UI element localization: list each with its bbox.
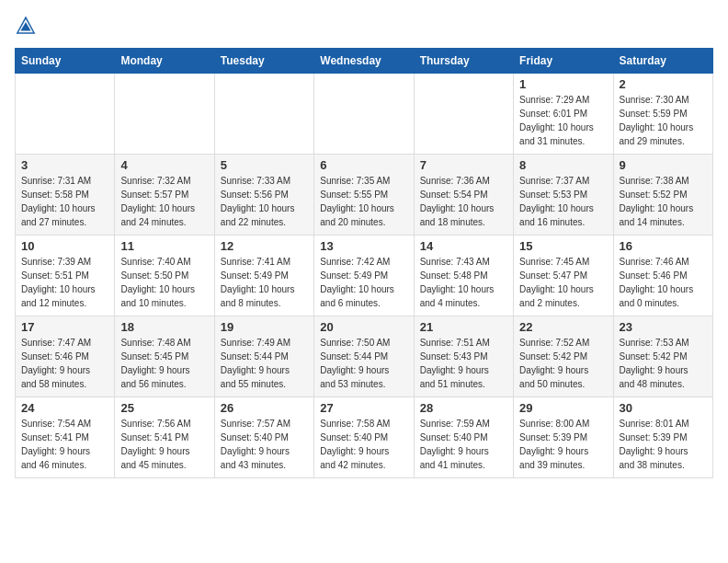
day-cell: 28Sunrise: 7:59 AM Sunset: 5:40 PM Dayli… — [414, 397, 513, 478]
day-info: Sunrise: 7:31 AM Sunset: 5:58 PM Dayligh… — [21, 174, 108, 229]
day-info: Sunrise: 8:00 AM Sunset: 5:39 PM Dayligh… — [519, 417, 607, 472]
day-cell: 21Sunrise: 7:51 AM Sunset: 5:43 PM Dayli… — [414, 316, 513, 397]
day-cell — [214, 74, 313, 155]
week-row-2: 10Sunrise: 7:39 AM Sunset: 5:51 PM Dayli… — [16, 236, 713, 316]
header — [15, 15, 713, 37]
header-tuesday: Tuesday — [214, 49, 313, 74]
day-cell: 9Sunrise: 7:38 AM Sunset: 5:52 PM Daylig… — [613, 155, 712, 236]
day-cell: 18Sunrise: 7:48 AM Sunset: 5:45 PM Dayli… — [115, 316, 214, 397]
day-info: Sunrise: 8:01 AM Sunset: 5:39 PM Dayligh… — [620, 417, 707, 472]
day-info: Sunrise: 7:59 AM Sunset: 5:40 PM Dayligh… — [420, 417, 507, 472]
day-cell: 5Sunrise: 7:33 AM Sunset: 5:56 PM Daylig… — [214, 155, 313, 236]
day-cell: 13Sunrise: 7:42 AM Sunset: 5:49 PM Dayli… — [314, 236, 414, 316]
day-number: 5 — [221, 158, 308, 172]
day-cell: 22Sunrise: 7:52 AM Sunset: 5:42 PM Dayli… — [514, 316, 613, 397]
day-cell: 2Sunrise: 7:30 AM Sunset: 5:59 PM Daylig… — [613, 74, 712, 155]
day-info: Sunrise: 7:29 AM Sunset: 6:01 PM Dayligh… — [519, 93, 607, 148]
day-number: 1 — [519, 77, 607, 91]
day-cell: 8Sunrise: 7:37 AM Sunset: 5:53 PM Daylig… — [514, 155, 613, 236]
day-info: Sunrise: 7:40 AM Sunset: 5:50 PM Dayligh… — [120, 255, 208, 310]
day-info: Sunrise: 7:30 AM Sunset: 5:59 PM Dayligh… — [620, 93, 707, 148]
day-info: Sunrise: 7:56 AM Sunset: 5:41 PM Dayligh… — [120, 417, 208, 472]
logo — [15, 15, 40, 37]
day-number: 9 — [620, 158, 707, 172]
day-info: Sunrise: 7:41 AM Sunset: 5:49 PM Dayligh… — [221, 255, 308, 310]
day-info: Sunrise: 7:42 AM Sunset: 5:49 PM Dayligh… — [320, 255, 407, 310]
day-number: 3 — [21, 158, 108, 172]
day-number: 16 — [620, 239, 707, 253]
day-cell: 7Sunrise: 7:36 AM Sunset: 5:54 PM Daylig… — [414, 155, 513, 236]
day-number: 13 — [320, 239, 407, 253]
day-cell: 4Sunrise: 7:32 AM Sunset: 5:57 PM Daylig… — [115, 155, 214, 236]
logo-icon — [15, 15, 37, 37]
week-row-4: 24Sunrise: 7:54 AM Sunset: 5:41 PM Dayli… — [16, 397, 713, 478]
day-number: 17 — [21, 320, 108, 334]
day-number: 25 — [120, 401, 208, 415]
day-info: Sunrise: 7:52 AM Sunset: 5:42 PM Dayligh… — [519, 336, 607, 391]
day-number: 11 — [120, 239, 208, 253]
header-wednesday: Wednesday — [314, 49, 414, 74]
day-cell: 3Sunrise: 7:31 AM Sunset: 5:58 PM Daylig… — [16, 155, 115, 236]
calendar-table: SundayMondayTuesdayWednesdayThursdayFrid… — [15, 48, 713, 478]
day-info: Sunrise: 7:45 AM Sunset: 5:47 PM Dayligh… — [519, 255, 607, 310]
day-number: 6 — [320, 158, 407, 172]
day-info: Sunrise: 7:50 AM Sunset: 5:44 PM Dayligh… — [320, 336, 407, 391]
day-number: 28 — [420, 401, 507, 415]
day-number: 20 — [320, 320, 407, 334]
week-row-1: 3Sunrise: 7:31 AM Sunset: 5:58 PM Daylig… — [16, 155, 713, 236]
day-cell: 29Sunrise: 8:00 AM Sunset: 5:39 PM Dayli… — [514, 397, 613, 478]
day-cell — [115, 74, 214, 155]
day-number: 12 — [221, 239, 308, 253]
day-info: Sunrise: 7:35 AM Sunset: 5:55 PM Dayligh… — [320, 174, 407, 229]
day-info: Sunrise: 7:51 AM Sunset: 5:43 PM Dayligh… — [420, 336, 507, 391]
day-cell: 30Sunrise: 8:01 AM Sunset: 5:39 PM Dayli… — [613, 397, 712, 478]
day-number: 22 — [519, 320, 607, 334]
day-number: 27 — [320, 401, 407, 415]
week-row-0: 1Sunrise: 7:29 AM Sunset: 6:01 PM Daylig… — [16, 74, 713, 155]
day-cell: 24Sunrise: 7:54 AM Sunset: 5:41 PM Dayli… — [16, 397, 115, 478]
day-cell: 15Sunrise: 7:45 AM Sunset: 5:47 PM Dayli… — [514, 236, 613, 316]
day-cell: 16Sunrise: 7:46 AM Sunset: 5:46 PM Dayli… — [613, 236, 712, 316]
week-row-3: 17Sunrise: 7:47 AM Sunset: 5:46 PM Dayli… — [16, 316, 713, 397]
day-cell: 26Sunrise: 7:57 AM Sunset: 5:40 PM Dayli… — [214, 397, 313, 478]
day-cell: 23Sunrise: 7:53 AM Sunset: 5:42 PM Dayli… — [613, 316, 712, 397]
day-cell: 17Sunrise: 7:47 AM Sunset: 5:46 PM Dayli… — [16, 316, 115, 397]
day-number: 14 — [420, 239, 507, 253]
day-cell: 11Sunrise: 7:40 AM Sunset: 5:50 PM Dayli… — [115, 236, 214, 316]
day-number: 15 — [519, 239, 607, 253]
day-cell: 1Sunrise: 7:29 AM Sunset: 6:01 PM Daylig… — [514, 74, 613, 155]
day-info: Sunrise: 7:32 AM Sunset: 5:57 PM Dayligh… — [120, 174, 208, 229]
day-number: 30 — [620, 401, 707, 415]
header-saturday: Saturday — [613, 49, 712, 74]
header-monday: Monday — [115, 49, 214, 74]
day-info: Sunrise: 7:58 AM Sunset: 5:40 PM Dayligh… — [320, 417, 407, 472]
day-cell: 10Sunrise: 7:39 AM Sunset: 5:51 PM Dayli… — [16, 236, 115, 316]
day-info: Sunrise: 7:36 AM Sunset: 5:54 PM Dayligh… — [420, 174, 507, 229]
day-cell — [314, 74, 414, 155]
day-number: 19 — [221, 320, 308, 334]
day-info: Sunrise: 7:43 AM Sunset: 5:48 PM Dayligh… — [420, 255, 507, 310]
day-info: Sunrise: 7:38 AM Sunset: 5:52 PM Dayligh… — [620, 174, 707, 229]
day-info: Sunrise: 7:39 AM Sunset: 5:51 PM Dayligh… — [21, 255, 108, 310]
day-cell: 25Sunrise: 7:56 AM Sunset: 5:41 PM Dayli… — [115, 397, 214, 478]
day-number: 24 — [21, 401, 108, 415]
day-cell: 19Sunrise: 7:49 AM Sunset: 5:44 PM Dayli… — [214, 316, 313, 397]
day-info: Sunrise: 7:37 AM Sunset: 5:53 PM Dayligh… — [519, 174, 607, 229]
day-info: Sunrise: 7:33 AM Sunset: 5:56 PM Dayligh… — [221, 174, 308, 229]
day-number: 18 — [120, 320, 208, 334]
day-info: Sunrise: 7:54 AM Sunset: 5:41 PM Dayligh… — [21, 417, 108, 472]
day-number: 26 — [221, 401, 308, 415]
day-cell: 20Sunrise: 7:50 AM Sunset: 5:44 PM Dayli… — [314, 316, 414, 397]
day-info: Sunrise: 7:48 AM Sunset: 5:45 PM Dayligh… — [120, 336, 208, 391]
day-number: 10 — [21, 239, 108, 253]
day-info: Sunrise: 7:53 AM Sunset: 5:42 PM Dayligh… — [620, 336, 707, 391]
day-info: Sunrise: 7:47 AM Sunset: 5:46 PM Dayligh… — [21, 336, 108, 391]
day-number: 21 — [420, 320, 507, 334]
day-number: 7 — [420, 158, 507, 172]
day-cell: 12Sunrise: 7:41 AM Sunset: 5:49 PM Dayli… — [214, 236, 313, 316]
header-friday: Friday — [514, 49, 613, 74]
day-cell: 27Sunrise: 7:58 AM Sunset: 5:40 PM Dayli… — [314, 397, 414, 478]
day-info: Sunrise: 7:57 AM Sunset: 5:40 PM Dayligh… — [221, 417, 308, 472]
day-number: 4 — [120, 158, 208, 172]
day-info: Sunrise: 7:49 AM Sunset: 5:44 PM Dayligh… — [221, 336, 308, 391]
